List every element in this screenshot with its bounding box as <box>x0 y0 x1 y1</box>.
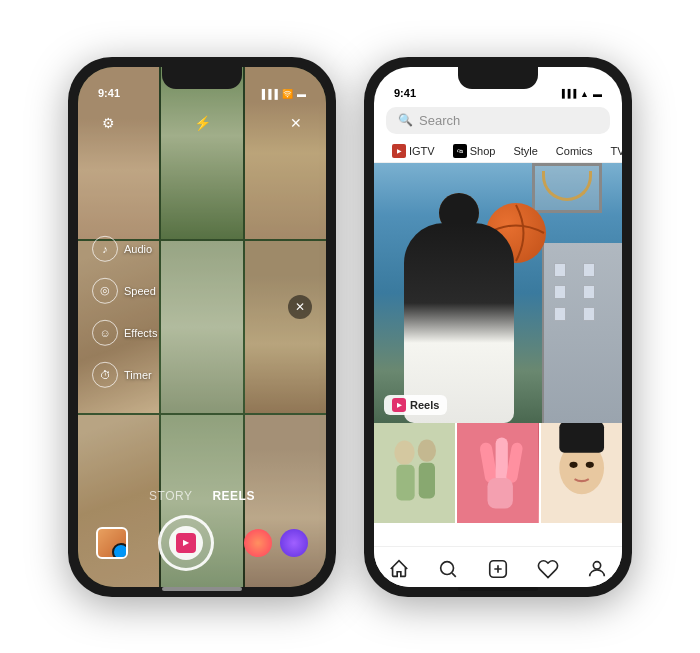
svg-rect-9 <box>488 478 513 508</box>
close-camera-icon[interactable]: ✕ <box>282 109 310 137</box>
nav-add[interactable] <box>484 555 512 583</box>
player-body <box>404 223 514 423</box>
notch-right <box>458 67 538 89</box>
camera-controls-row: ▶ <box>78 515 326 571</box>
tab-comics[interactable]: Comics <box>548 140 601 162</box>
nav-home[interactable] <box>385 555 413 583</box>
settings-icon[interactable]: ⚙ <box>94 109 122 137</box>
heart-nav-icon <box>537 558 559 580</box>
tab-shop[interactable]: 🛍 Shop <box>445 140 504 162</box>
window-6 <box>583 307 595 321</box>
search-placeholder-text: Search <box>419 113 460 128</box>
effect-button-2[interactable] <box>280 529 308 557</box>
nav-heart[interactable] <box>534 555 562 583</box>
phone-left: 9:41 ▐▐▐ 🛜 ▬ ⚙ ⚡ ✕ ♪ Audio <box>68 57 336 597</box>
shop-icon: 🛍 <box>453 144 467 158</box>
profile-nav-icon <box>586 558 608 580</box>
notch-left <box>162 67 242 89</box>
camera-bottom-controls: STORY REELS ▶ <box>78 489 326 587</box>
svg-rect-3 <box>396 464 414 500</box>
thumbnail-3[interactable] <box>541 423 622 523</box>
svg-point-1 <box>394 440 414 464</box>
reel-icon-shutter: ▶ <box>176 533 196 553</box>
search-bar-row: 🔍 Search <box>374 103 622 140</box>
thumbnail-2[interactable] <box>457 423 538 523</box>
tab-shop-label: Shop <box>470 145 496 157</box>
window-1 <box>554 263 566 277</box>
tab-comics-label: Comics <box>556 145 593 157</box>
svg-rect-7 <box>496 437 508 483</box>
nav-search[interactable] <box>434 555 462 583</box>
x-button[interactable]: ✕ <box>288 295 312 319</box>
status-icons-right: ▐▐▐ ▲ ▬ <box>559 89 602 99</box>
status-icons-left: ▐▐▐ 🛜 ▬ <box>259 89 306 99</box>
explore-content-container: 9:41 ▐▐▐ ▲ ▬ 🔍 Search <box>374 67 622 587</box>
search-nav-icon <box>437 558 459 580</box>
tab-igtv-label: IGTV <box>409 145 435 157</box>
signal-icon: ▐▐▐ <box>259 89 278 99</box>
search-icon: 🔍 <box>398 113 413 127</box>
search-bar[interactable]: 🔍 Search <box>386 107 610 134</box>
svg-rect-14 <box>559 423 604 453</box>
battery-icon: ▬ <box>297 89 306 99</box>
igtv-icon: ▶ <box>392 144 406 158</box>
audio-icon: ♪ <box>92 235 118 261</box>
window-5 <box>554 307 566 321</box>
wifi-icon-right: ▲ <box>580 89 589 99</box>
shutter-inner: ▶ <box>169 526 203 560</box>
speed-label: Speed <box>124 284 156 296</box>
effect-button-1[interactable] <box>244 529 272 557</box>
audio-label: Audio <box>124 242 152 254</box>
tab-tv-label: TV & Movie <box>611 145 622 157</box>
home-indicator-right <box>458 587 538 591</box>
svg-point-15 <box>441 561 454 574</box>
effect-buttons <box>244 529 308 557</box>
tab-style-label: Style <box>513 145 537 157</box>
speed-menu-item[interactable]: ◎ Speed <box>92 277 157 303</box>
nav-profile[interactable] <box>583 555 611 583</box>
camera-screen: 9:41 ▐▐▐ 🛜 ▬ ⚙ ⚡ ✕ ♪ Audio <box>78 67 326 587</box>
mode-story[interactable]: STORY <box>149 489 192 503</box>
time-right: 9:41 <box>394 87 416 99</box>
thumbnail-1-content <box>374 423 455 523</box>
timer-label: Timer <box>124 368 152 380</box>
svg-rect-4 <box>419 462 435 498</box>
main-container: 9:41 ▐▐▐ 🛜 ▬ ⚙ ⚡ ✕ ♪ Audio <box>48 37 652 617</box>
window-3 <box>554 285 566 299</box>
wifi-icon: 🛜 <box>282 89 293 99</box>
flash-icon[interactable]: ⚡ <box>188 109 216 137</box>
time-left: 9:41 <box>98 87 120 99</box>
tab-tv-movie[interactable]: TV & Movie <box>603 140 622 162</box>
home-indicator-left <box>162 587 242 591</box>
add-nav-icon <box>487 558 509 580</box>
tab-igtv[interactable]: ▶ IGTV <box>384 140 443 162</box>
audio-menu-item[interactable]: ♪ Audio <box>92 235 157 261</box>
speed-icon: ◎ <box>92 277 118 303</box>
camera-top-controls: ⚙ ⚡ ✕ <box>78 109 326 137</box>
effects-icon: ☺ <box>92 319 118 345</box>
effects-label: Effects <box>124 326 157 338</box>
bottom-navigation <box>374 546 622 587</box>
reels-label-overlay: ▶ Reels <box>384 395 447 415</box>
timer-menu-item[interactable]: ⏱ Timer <box>92 361 157 387</box>
battery-icon-right: ▬ <box>593 89 602 99</box>
tab-style[interactable]: Style <box>505 140 545 162</box>
building-background <box>542 243 622 423</box>
svg-point-2 <box>418 439 436 461</box>
window-4 <box>583 285 595 299</box>
reels-text: Reels <box>410 399 439 411</box>
thumbnail-1[interactable] <box>374 423 455 523</box>
effects-menu-item[interactable]: ☺ Effects <box>92 319 157 345</box>
home-icon <box>388 558 410 580</box>
explore-screen: 9:41 ▐▐▐ ▲ ▬ 🔍 Search <box>374 67 622 587</box>
recent-photo-thumbnail[interactable] <box>96 527 128 559</box>
thumbnail-2-content <box>457 423 538 523</box>
timer-icon: ⏱ <box>92 361 118 387</box>
shutter-button[interactable]: ▶ <box>158 515 214 571</box>
filter-tabs: ▶ IGTV 🛍 Shop Style Comics TV & Movie <box>374 140 622 163</box>
hero-basketball-image[interactable]: ▶ Reels <box>374 163 622 423</box>
mode-reels[interactable]: REELS <box>212 489 255 503</box>
building-windows <box>554 263 604 321</box>
svg-point-13 <box>585 461 593 467</box>
window-2 <box>583 263 595 277</box>
